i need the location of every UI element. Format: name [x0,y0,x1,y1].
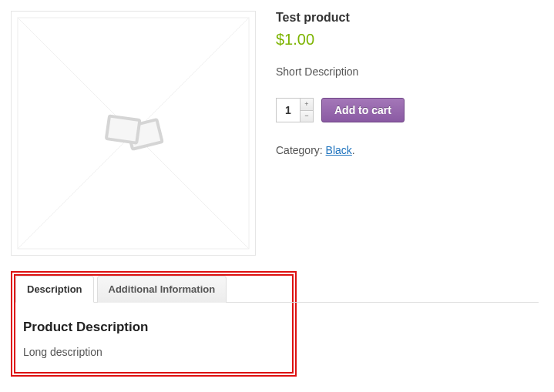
svg-rect-4 [106,116,140,143]
short-description: Short Description [276,65,543,78]
add-to-cart-form: + − Add to cart [276,98,543,122]
add-to-cart-button[interactable]: Add to cart [321,98,405,122]
tab-additional-information[interactable]: Additional Information [97,276,227,303]
annotation-highlight-box: Description Additional Information Produ… [11,271,297,377]
category-suffix: . [352,144,355,156]
product-summary: Test product $1.00 Short Description + −… [276,11,543,156]
description-panel-heading: Product Description [23,320,284,335]
product-price: $1.00 [276,31,543,49]
product-image-placeholder[interactable] [11,11,256,256]
quantity-stepper[interactable]: + − [276,98,314,122]
tab-description[interactable]: Description [15,276,94,303]
product-title: Test product [276,11,543,25]
category-link[interactable]: Black [326,144,352,156]
category-label: Category: [276,144,326,156]
quantity-input[interactable] [277,99,300,122]
product-meta: Category: Black. [276,144,543,156]
product-tabs: Description Additional Information [15,276,292,303]
quantity-increase-button[interactable]: + [301,99,313,111]
description-panel-content: Long description [23,346,284,358]
quantity-decrease-button[interactable]: − [301,111,313,122]
